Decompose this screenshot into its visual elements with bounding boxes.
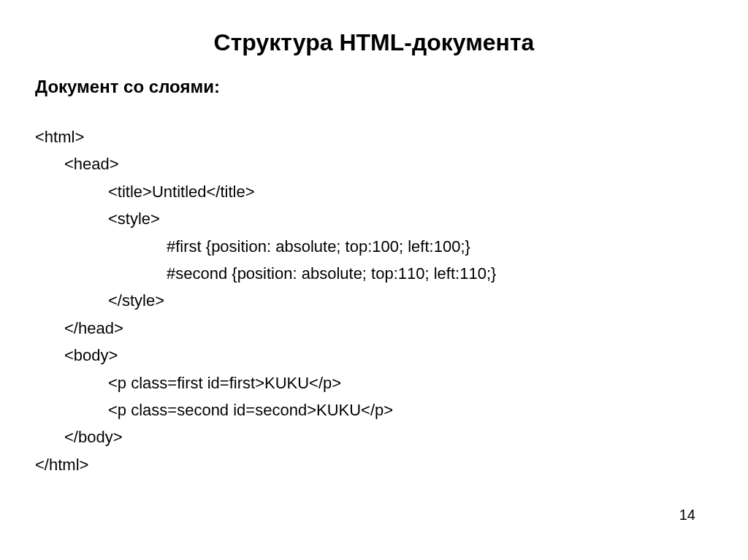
code-line: <html> <box>35 123 713 150</box>
code-line: <p class=first id=first>KUKU</p> <box>35 369 713 396</box>
slide-subtitle: Документ со слоями: <box>35 77 713 97</box>
code-line: #second {position: absolute; top:110; le… <box>35 260 713 287</box>
code-line: </style> <box>35 287 713 314</box>
code-line: <body> <box>35 342 713 369</box>
code-line: <style> <box>35 205 713 232</box>
code-line: </body> <box>35 423 713 450</box>
slide-title: Структура HTML-документа <box>35 29 713 56</box>
code-block: <html> <head> <title>Untitled</title> <s… <box>35 123 713 478</box>
code-line: <title>Untitled</title> <box>35 178 713 205</box>
code-line: <head> <box>35 150 713 177</box>
code-line: #first {position: absolute; top:100; lef… <box>35 233 713 260</box>
code-line: </head> <box>35 315 713 342</box>
page-number: 14 <box>679 507 695 523</box>
code-line: </html> <box>35 451 713 478</box>
code-line: <p class=second id=second>KUKU</p> <box>35 396 713 423</box>
